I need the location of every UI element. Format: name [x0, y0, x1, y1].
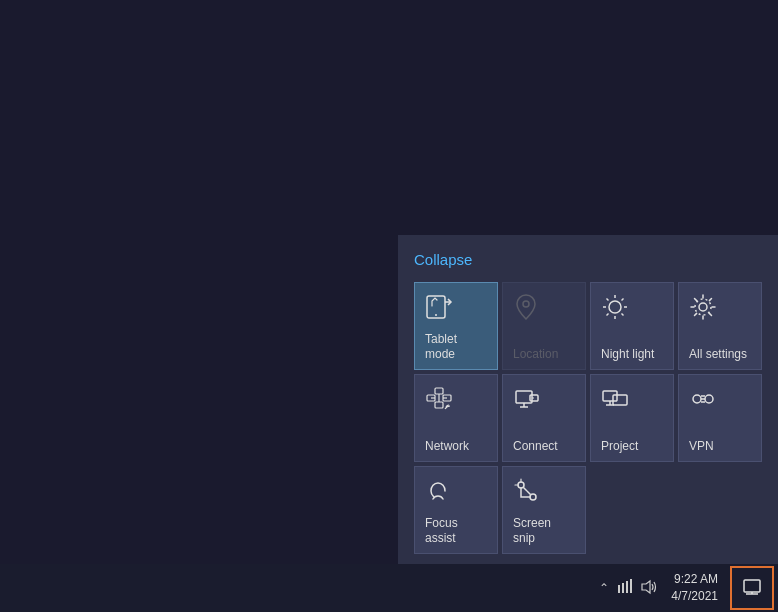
all-settings-icon [689, 293, 717, 325]
tile-tablet-mode[interactable]: Tablet mode [414, 282, 498, 370]
svg-point-12 [699, 303, 707, 311]
action-center: Collapse Tablet mode [398, 235, 778, 564]
svg-point-3 [609, 301, 621, 313]
tile-project-label: Project [601, 439, 638, 453]
svg-point-30 [693, 395, 701, 403]
svg-rect-26 [603, 391, 617, 401]
vpn-icon [689, 385, 717, 417]
svg-point-35 [518, 482, 524, 488]
tile-night-light[interactable]: Night light [590, 282, 674, 370]
svg-line-9 [622, 314, 624, 316]
svg-marker-43 [642, 581, 650, 593]
tile-all-settings-label: All settings [689, 347, 747, 361]
tile-all-settings[interactable]: All settings [678, 282, 762, 370]
network-taskbar-icon[interactable] [617, 579, 633, 598]
tile-screen-snip-label: Screen snip [513, 516, 575, 545]
taskbar-time-value: 9:22 AM [671, 571, 718, 588]
tile-project[interactable]: Project [590, 374, 674, 462]
taskbar-date-value: 4/7/2021 [671, 588, 718, 605]
svg-rect-42 [630, 579, 632, 593]
tile-screen-snip[interactable]: Screen snip [502, 466, 586, 554]
tiles-grid: Tablet mode Location [414, 282, 762, 554]
connect-icon [513, 385, 541, 417]
taskbar-system-icons: ⌃ [599, 579, 659, 598]
project-icon [601, 385, 629, 417]
screen-snip-icon [513, 477, 541, 509]
collapse-button[interactable]: Collapse [414, 251, 472, 268]
action-center-button[interactable] [730, 566, 774, 610]
focus-assist-icon [425, 477, 453, 509]
chevron-up-icon[interactable]: ⌃ [599, 581, 609, 595]
tablet-mode-icon [425, 293, 453, 325]
svg-rect-40 [622, 583, 624, 593]
tile-vpn[interactable]: VPN [678, 374, 762, 462]
tile-vpn-label: VPN [689, 439, 714, 453]
tile-network-label: Network [425, 439, 469, 453]
svg-point-36 [530, 494, 536, 500]
tile-night-light-label: Night light [601, 347, 654, 361]
tile-focus-assist-label: Focus assist [425, 516, 487, 545]
svg-rect-14 [435, 402, 443, 408]
svg-line-38 [527, 491, 531, 495]
taskbar: ⌃ 9:22 AM 4/7/2021 [0, 564, 778, 612]
svg-line-11 [622, 299, 624, 301]
tile-connect-label: Connect [513, 439, 558, 453]
svg-line-8 [607, 299, 609, 301]
svg-point-13 [695, 299, 711, 315]
svg-line-10 [607, 314, 609, 316]
svg-rect-27 [613, 395, 627, 405]
svg-rect-39 [618, 585, 620, 593]
svg-line-37 [524, 488, 528, 492]
speaker-icon[interactable] [641, 579, 659, 598]
network-icon [425, 385, 453, 417]
location-icon [513, 293, 539, 325]
tile-connect[interactable]: Connect [502, 374, 586, 462]
svg-rect-44 [744, 580, 760, 592]
tile-focus-assist[interactable]: Focus assist [414, 466, 498, 554]
svg-point-31 [705, 395, 713, 403]
night-light-icon [601, 293, 629, 325]
tile-location[interactable]: Location [502, 282, 586, 370]
taskbar-datetime[interactable]: 9:22 AM 4/7/2021 [671, 571, 718, 605]
svg-point-1 [435, 314, 437, 316]
tile-network[interactable]: Network [414, 374, 498, 462]
tile-location-label: Location [513, 347, 558, 361]
svg-point-2 [523, 301, 529, 307]
svg-rect-41 [626, 581, 628, 593]
tile-tablet-mode-label: Tablet mode [425, 332, 487, 361]
svg-rect-17 [435, 388, 443, 394]
